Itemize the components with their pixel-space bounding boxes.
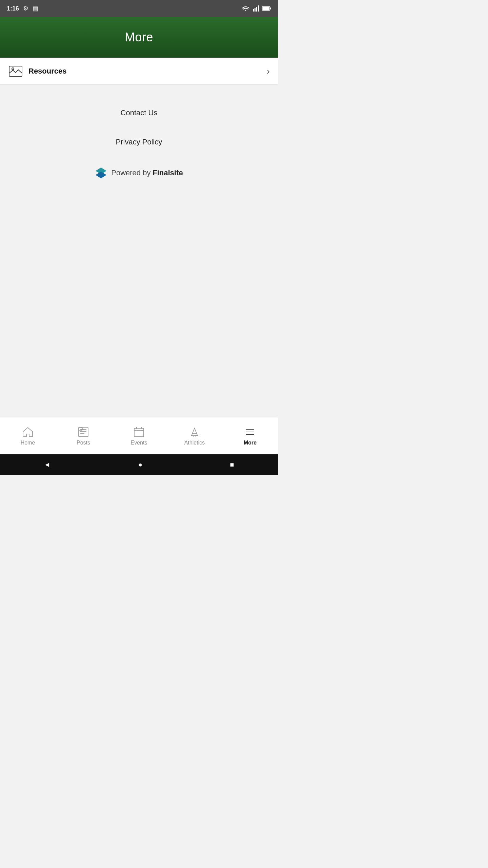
- nav-label-events: Events: [131, 440, 147, 446]
- nav-label-home: Home: [21, 440, 35, 446]
- android-home-button[interactable]: ●: [138, 461, 142, 469]
- battery-icon: [262, 6, 271, 11]
- nav-item-posts[interactable]: Posts: [56, 423, 111, 449]
- athletics-icon: [189, 426, 200, 438]
- more-icon: [244, 426, 256, 438]
- svg-rect-16: [134, 428, 144, 437]
- svg-point-8: [12, 68, 14, 70]
- header: More: [0, 17, 278, 58]
- svg-marker-10: [96, 172, 106, 178]
- powered-by-row: Powered by Finalsite: [95, 157, 183, 189]
- privacy-policy-link[interactable]: Privacy Policy: [116, 127, 162, 157]
- svg-rect-6: [263, 7, 269, 10]
- nav-label-posts: Posts: [77, 440, 90, 446]
- signal-icon: [253, 5, 259, 12]
- status-left: 1:16 ⚙ ▤: [7, 5, 38, 12]
- status-time: 1:16: [7, 5, 19, 12]
- events-icon: [133, 426, 145, 438]
- svg-rect-1: [255, 8, 256, 12]
- svg-rect-2: [256, 7, 257, 12]
- android-back-button[interactable]: ◄: [44, 461, 50, 469]
- settings-icon: ⚙: [23, 5, 28, 12]
- resources-label: Resources: [28, 67, 267, 76]
- bottom-nav: Home Posts Events Athletics: [0, 417, 278, 454]
- page-title: More: [125, 30, 153, 44]
- status-right: [242, 5, 271, 12]
- wifi-icon: [242, 5, 249, 12]
- nav-item-home[interactable]: Home: [0, 423, 56, 449]
- nav-item-events[interactable]: Events: [111, 423, 167, 449]
- sim-icon: ▤: [33, 5, 38, 12]
- resources-icon: [8, 65, 23, 77]
- nav-item-more[interactable]: More: [222, 423, 278, 449]
- svg-rect-0: [253, 9, 254, 12]
- contact-us-link[interactable]: Contact Us: [121, 98, 158, 127]
- home-icon: [22, 426, 34, 438]
- chevron-right-icon: ›: [267, 66, 270, 77]
- posts-icon: [78, 426, 89, 438]
- nav-item-athletics[interactable]: Athletics: [167, 423, 222, 449]
- android-nav-bar: ◄ ● ■: [0, 454, 278, 475]
- android-recents-button[interactable]: ■: [230, 461, 234, 469]
- nav-label-athletics: Athletics: [184, 440, 205, 446]
- status-bar: 1:16 ⚙ ▤: [0, 0, 278, 17]
- powered-by-text: Powered by Finalsite: [111, 169, 183, 177]
- svg-rect-3: [258, 5, 259, 12]
- svg-rect-5: [270, 7, 271, 9]
- nav-label-more: More: [244, 440, 257, 446]
- svg-rect-11: [79, 427, 88, 437]
- resources-row[interactable]: Resources ›: [0, 58, 278, 85]
- finalsite-logo-icon: [95, 167, 107, 179]
- main-content: Contact Us Privacy Policy Powered by Fin…: [0, 85, 278, 417]
